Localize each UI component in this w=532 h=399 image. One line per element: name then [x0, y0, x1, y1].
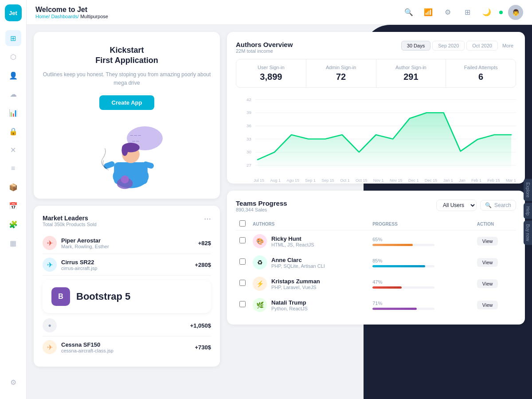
cloud-icon: ☁ [10, 90, 17, 98]
create-app-button[interactable]: Create App [99, 95, 155, 110]
settings-button[interactable]: ⚙ [441, 5, 455, 20]
grid-icon: ⊞ [10, 34, 16, 43]
view-button[interactable]: View [477, 301, 498, 309]
author-cell: 🎨 Ricky Hunt HTML, JS, ReactJS [249, 231, 369, 252]
market-item: ✈ Piper Aerostar Mark, Rowling, Esther +… [43, 232, 211, 254]
teams-search-box[interactable]: 🔍 Search [480, 200, 516, 211]
buy-now-tab[interactable]: Buy now [524, 221, 532, 245]
chart-label: Nov 15 [390, 178, 403, 183]
chart-label: Sep 1 [305, 178, 316, 183]
user-icon: 👤 [9, 71, 18, 80]
tab-more[interactable]: More [500, 41, 516, 51]
progress-percent: 85% [372, 258, 470, 263]
breadcrumb-dashboards[interactable]: Dashboards/ [51, 14, 78, 19]
tab-sep2020[interactable]: Sep 2020 [432, 41, 465, 51]
topnav: Welcome to Jet Home/ Dashboards/ Multipu… [27, 0, 532, 25]
teams-title: Teams Progress [236, 200, 287, 207]
view-button[interactable]: View [477, 237, 498, 246]
sidebar-item-chart[interactable]: 📊 [5, 105, 21, 121]
view-button[interactable]: View [477, 258, 498, 267]
view-button[interactable]: View [477, 279, 498, 288]
sidebar-item-layers[interactable]: ⬡ [5, 49, 21, 65]
market-item-info: Piper Aerostar Mark, Rowling, Esther [61, 237, 109, 249]
stat-value: 6 [453, 72, 509, 82]
help-tab[interactable]: Help [524, 203, 532, 219]
box-icon: 📦 [9, 183, 18, 192]
teams-header: Teams Progress 890,344 Sales All Users 🔍… [236, 200, 516, 212]
layers-icon: ⬡ [10, 53, 16, 61]
table-row: 🌿 Natali Trump Python, ReactJS 71% [236, 294, 516, 316]
row-checkbox[interactable] [239, 258, 246, 265]
author-avatar: ♻ [253, 255, 267, 270]
action-cell: View [473, 273, 516, 294]
row-checkbox[interactable] [239, 301, 246, 307]
row-checkbox[interactable] [239, 280, 246, 286]
tab-30days[interactable]: 30 Days [401, 41, 430, 51]
kickstart-card: Kickstart First Application Outlines kee… [34, 32, 220, 199]
sidebar-item-user[interactable]: 👤 [5, 67, 21, 83]
author-info: Kristaps Zumman PHP, Laravel, VueJS [271, 278, 320, 290]
select-all-checkbox[interactable] [239, 220, 246, 227]
analytics-button[interactable]: 📶 [421, 5, 435, 20]
sidebar-item-puzzle[interactable]: 🧩 [5, 216, 21, 232]
market-item-icon: ✈ [43, 340, 57, 354]
author-avatar: 🎨 [253, 234, 267, 248]
authors-chart: 42 39 36 33 30 27 Jul 15 Aug 1 [236, 95, 516, 175]
grid-view-icon: ⊞ [465, 8, 470, 16]
sidebar-item-close[interactable]: ✕ [5, 142, 21, 158]
breadcrumb: Home/ Dashboards/ Multipurpose [35, 14, 108, 19]
market-item-icon: ✈ [43, 236, 57, 250]
svg-text:─ ─ ─: ─ ─ ─ [130, 133, 141, 137]
teams-filter-select[interactable]: All Users [436, 200, 477, 211]
progress-fill [372, 244, 413, 246]
market-item-icon: ✈ [43, 258, 57, 272]
svg-text:42: 42 [246, 97, 251, 102]
puzzle-icon: 🧩 [9, 220, 18, 229]
explore-tab[interactable]: Explore [524, 179, 532, 201]
chart-label: Sep 15 [321, 178, 334, 183]
author-tech: HTML, JS, ReactJS [271, 242, 314, 247]
action-cell: View [473, 252, 516, 273]
teams-controls: All Users 🔍 Search [436, 200, 516, 211]
stat-label: Failed Attempts [453, 65, 509, 70]
market-item-info: Cessna SF150 cessna-aircraft-class.jsp [61, 341, 113, 353]
dark-mode-button[interactable]: 🌙 [480, 5, 494, 20]
author-tech: PHP, SQLite, Artisan CLI [271, 263, 325, 269]
sidebar-item-cloud[interactable]: ☁ [5, 86, 21, 102]
market-more-button[interactable]: ⋯ [204, 215, 211, 223]
market-title-group: Market Leaders Total 350k Products Sold [43, 215, 97, 227]
sidebar-item-menu[interactable]: ≡ [5, 160, 21, 176]
chart-label: Dec 15 [425, 178, 438, 183]
app-logo[interactable]: Jet [5, 4, 22, 21]
sidebar-item-table[interactable]: ▦ [5, 235, 21, 251]
topnav-left: Welcome to Jet Home/ Dashboards/ Multipu… [35, 6, 108, 19]
online-indicator [499, 11, 503, 14]
author-name: Anne Clarc [271, 257, 325, 263]
sidebar-item-calendar[interactable]: 📅 [5, 198, 21, 214]
sidebar-item-lock[interactable]: 🔒 [5, 123, 21, 139]
user-avatar[interactable]: 👨 [508, 5, 523, 20]
topnav-right: 🔍 📶 ⚙ ⊞ 🌙 👨 [402, 5, 523, 20]
progress-percent: 65% [372, 237, 470, 242]
row-checkbox[interactable] [239, 237, 246, 243]
tab-oct2020[interactable]: Oct 2020 [466, 41, 498, 51]
search-button[interactable]: 🔍 [402, 5, 416, 20]
progress-fill [372, 265, 425, 267]
kickstart-title: Kickstart First Application [43, 45, 211, 66]
authors-tab-group: 30 Days Sep 2020 Oct 2020 More [401, 41, 516, 51]
market-item-price: +730$ [195, 344, 211, 351]
breadcrumb-multipurpose[interactable]: Multipurpose [80, 14, 108, 19]
sidebar-item-box[interactable]: 📦 [5, 179, 21, 195]
action-cell: View [473, 231, 516, 252]
stat-value: 3,899 [243, 72, 299, 82]
svg-text:30: 30 [246, 149, 251, 154]
breadcrumb-home[interactable]: Home/ [35, 14, 50, 19]
sidebar-item-grid[interactable]: ⊞ [5, 30, 21, 46]
teams-title-group: Teams Progress 890,344 Sales [236, 200, 287, 212]
grid-view-button[interactable]: ⊞ [460, 5, 474, 20]
progress-cell: 85% [369, 252, 473, 273]
search-icon: 🔍 [404, 8, 413, 16]
svg-rect-9 [103, 160, 115, 169]
sidebar-item-settings[interactable]: ⚙ [5, 374, 21, 390]
table-icon: ▦ [10, 239, 16, 247]
